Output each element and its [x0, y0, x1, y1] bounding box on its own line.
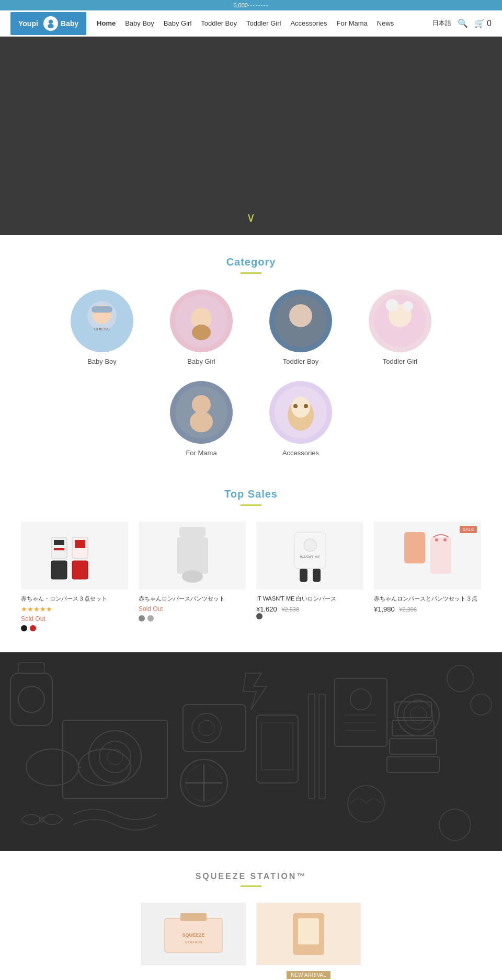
svg-point-10 [289, 304, 312, 327]
svg-point-54 [199, 720, 214, 736]
squeeze-image-1: SQUEEZE STATION [141, 903, 246, 965]
svg-point-77 [471, 694, 492, 715]
cart-icon[interactable]: 🛒 0 [474, 18, 492, 28]
product-colors-3 [256, 613, 363, 619]
svg-rect-28 [51, 561, 67, 579]
svg-rect-48 [63, 720, 167, 799]
logo[interactable]: Youpi Baby [10, 12, 86, 35]
price-sale-3: ¥1,620 [256, 605, 277, 613]
svg-rect-36 [300, 569, 307, 582]
color-option-red[interactable] [30, 625, 36, 631]
color-option-darkgray[interactable] [256, 613, 263, 619]
logo-sub: Baby [61, 19, 78, 28]
product-colors-2 [139, 615, 246, 621]
svg-rect-39 [430, 537, 451, 574]
nav-toddler-girl[interactable]: Toddler Girl [246, 19, 281, 27]
svg-rect-42 [10, 673, 52, 725]
header-actions: 日本語 🔍 🛒 0 [432, 18, 492, 28]
nav-baby-girl[interactable]: Baby Girl [164, 19, 191, 27]
nav-home[interactable]: Home [97, 19, 116, 27]
category-toddler-boy[interactable]: Toddler Boy [267, 290, 335, 365]
svg-point-74 [410, 707, 427, 723]
svg-point-73 [404, 700, 433, 730]
price-original-4: ¥2,386 [399, 606, 417, 613]
squeeze-item-2[interactable]: NEW ARRIVAL [256, 903, 361, 980]
product-colors-1 [21, 625, 128, 631]
svg-text:CHICKS: CHICKS [94, 327, 110, 331]
header: Youpi Baby Home Baby Boy Baby Girl Toddl… [0, 10, 502, 37]
category-toddler-girl[interactable]: Toddler Girl [366, 290, 434, 365]
product-4-illustration [399, 527, 457, 584]
color-option-black[interactable] [21, 625, 27, 631]
squeeze-station-title: SQUEEZE STATION™ [31, 872, 471, 881]
svg-point-53 [192, 713, 221, 743]
svg-rect-38 [404, 532, 425, 563]
product-card-4[interactable]: SALE 赤ちゃんロンパースとパンツセット３点 ¥1,980 ¥2,386 [374, 522, 481, 631]
product-image-3: WASN'T ME [256, 522, 363, 590]
product-name-2: 赤ちゃんロンパースパンツセット [139, 595, 246, 603]
svg-point-76 [447, 665, 473, 691]
svg-point-22 [304, 404, 308, 408]
svg-point-0 [49, 19, 53, 24]
svg-rect-31 [177, 537, 208, 574]
product-card-2[interactable]: 赤ちゃんロンパースパンツセット Sold Out [139, 522, 246, 631]
svg-point-64 [350, 689, 371, 710]
category-for-mama[interactable]: For Mama [167, 381, 235, 457]
nav-accessories[interactable]: Accessories [290, 19, 327, 27]
cart-count: 0 [487, 19, 492, 28]
svg-point-41 [443, 538, 447, 541]
product-image-2 [139, 522, 246, 590]
svg-point-44 [18, 686, 44, 712]
category-baby-girl[interactable]: Baby Girl [167, 290, 235, 365]
svg-point-51 [107, 749, 123, 765]
category-accessories[interactable]: Accessories [267, 381, 335, 457]
scroll-down-chevron[interactable]: ∨ [246, 210, 256, 225]
product-1-illustration [46, 527, 104, 584]
svg-point-1 [48, 24, 54, 28]
product-price-4: ¥1,980 ¥2,386 [374, 605, 481, 613]
search-icon[interactable]: 🔍 [458, 18, 468, 28]
svg-point-40 [435, 538, 438, 541]
svg-text:SQUEEZE: SQUEEZE [182, 932, 204, 938]
svg-rect-60 [261, 723, 293, 770]
product-status-2: Sold Out [139, 605, 246, 613]
squeeze-logo-illustration: SQUEEZE STATION [159, 908, 227, 960]
category-baby-boy[interactable]: CHICKS Baby Boy [68, 290, 136, 365]
svg-point-34 [304, 539, 316, 551]
color-option-lightgray[interactable] [147, 615, 154, 621]
dark-pattern-svg [0, 652, 502, 851]
svg-rect-69 [390, 739, 437, 754]
product-name-3: IT WASN'T ME 白いロンパース [256, 595, 363, 603]
language-selector[interactable]: 日本語 [432, 19, 451, 28]
product-2-illustration [166, 524, 219, 587]
category-title: Category [31, 256, 471, 268]
announcement-bar: 6,000············· [0, 0, 502, 10]
category-accessories-label: Accessories [282, 449, 319, 457]
category-baby-boy-image: CHICKS [71, 290, 133, 352]
color-option-gray[interactable] [139, 615, 145, 621]
nav-for-mama[interactable]: For Mama [337, 19, 368, 27]
squeeze-station-section: SQUEEZE STATION™ SQUEEZE STATION NEW ARR… [0, 851, 502, 980]
nav-news[interactable]: News [377, 19, 394, 27]
category-grid: CHICKS Baby Boy Baby Girl [31, 290, 471, 457]
category-toddler-girl-image [369, 290, 431, 352]
nav-baby-boy[interactable]: Baby Boy [125, 19, 154, 27]
product-card-3[interactable]: WASN'T ME IT WASN'T ME 白いロンパース ¥1,620 ¥2… [256, 522, 363, 631]
squeeze-item-1[interactable]: SQUEEZE STATION [141, 903, 246, 970]
product-card-1[interactable]: 赤ちゃん・ロンパース３点セット ★★★★★ Sold Out [21, 522, 128, 631]
product-image-1 [21, 522, 128, 590]
nav-toddler-boy[interactable]: Toddler Boy [201, 19, 237, 27]
category-baby-boy-label: Baby Boy [87, 358, 117, 365]
category-divider [241, 272, 261, 274]
svg-point-21 [293, 404, 298, 408]
svg-point-32 [182, 570, 203, 583]
product-price-3: ¥1,620 ¥2,538 [256, 605, 363, 613]
category-baby-girl-label: Baby Girl [187, 358, 215, 365]
svg-rect-30 [179, 527, 206, 537]
squeeze-product-illustration [282, 908, 335, 960]
category-toddler-girl-label: Toddler Girl [383, 358, 417, 365]
svg-point-8 [192, 325, 211, 340]
svg-rect-24 [54, 540, 64, 545]
svg-point-46 [78, 749, 131, 786]
baby-girl-illustration [175, 295, 227, 347]
